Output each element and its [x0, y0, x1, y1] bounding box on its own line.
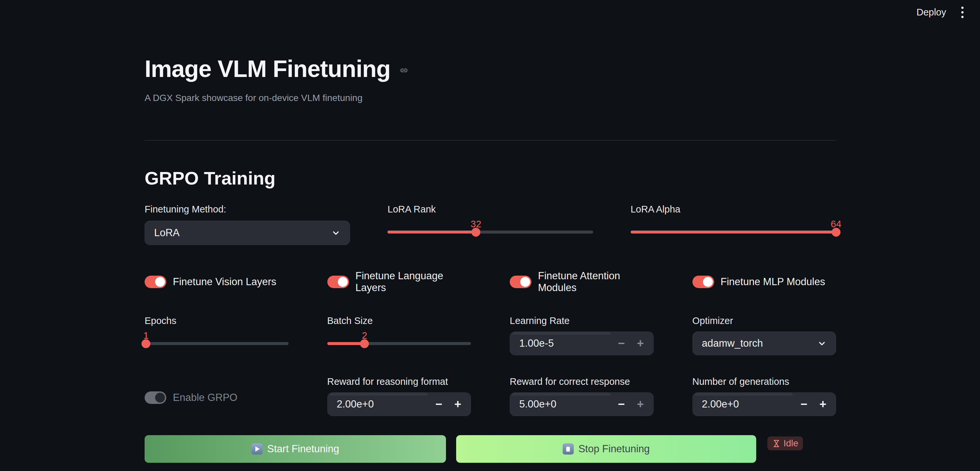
kebab-menu-icon[interactable]	[959, 5, 966, 20]
optimizer-label: Optimizer	[692, 315, 836, 326]
batch-size-track[interactable]	[327, 342, 471, 345]
toggle-language-layers: Finetune Language Layers	[327, 270, 471, 294]
lora-rank-label: LoRA Rank	[387, 204, 593, 215]
batch-size-slider: Batch Size 2	[327, 315, 471, 355]
num-generations-label: Number of generations	[692, 376, 836, 387]
epochs-thumb[interactable]	[142, 339, 151, 348]
epochs-track[interactable]	[145, 342, 288, 345]
reward-correct-value[interactable]: 5.00e+0	[519, 398, 612, 410]
divider	[145, 140, 836, 141]
anchor-link-icon[interactable]	[399, 65, 409, 77]
stop-icon	[563, 443, 574, 455]
enable-grpo-switch[interactable]	[145, 391, 166, 404]
start-finetuning-label: Start Finetuning	[267, 443, 339, 455]
mlp-modules-switch[interactable]	[692, 276, 714, 288]
learning-rate-label: Learning Rate	[510, 315, 654, 326]
num-generations-decrement-button[interactable]: −	[794, 398, 813, 411]
learning-rate-decrement-button[interactable]: −	[612, 337, 631, 350]
chevron-down-icon	[331, 228, 340, 238]
attention-modules-label: Finetune Attention Modules	[538, 270, 654, 294]
vision-layers-switch[interactable]	[145, 276, 166, 288]
learning-rate-increment-button[interactable]: +	[631, 337, 650, 350]
reward-correct-increment-button[interactable]: +	[631, 398, 650, 411]
learning-rate-input[interactable]: 1.00e-5 − +	[510, 332, 654, 355]
epochs-slider: Epochs 1	[145, 315, 288, 355]
enable-grpo-label: Enable GRPO	[173, 392, 237, 404]
learning-rate-value[interactable]: 1.00e-5	[519, 337, 612, 349]
reward-correct-input[interactable]: 5.00e+0 − +	[510, 393, 654, 416]
finetuning-method-value: LoRA	[154, 227, 331, 239]
lora-rank-slider: LoRA Rank 32	[387, 204, 593, 245]
reward-correct-field: Reward for correct response 5.00e+0 − +	[510, 376, 654, 416]
toggle-enable-grpo: Enable GRPO	[145, 379, 288, 416]
num-generations-field: Number of generations 2.00e+0 − +	[692, 376, 836, 416]
reward-reasoning-input[interactable]: 2.00e+0 − +	[327, 393, 471, 416]
learning-rate-field: Learning Rate 1.00e-5 − +	[510, 315, 654, 355]
start-finetuning-button[interactable]: Start Finetuning	[145, 435, 446, 463]
hourglass-icon	[772, 439, 781, 448]
batch-size-label: Batch Size	[327, 315, 471, 326]
epochs-label: Epochs	[145, 315, 288, 326]
batch-size-fill	[327, 342, 365, 345]
toggle-attention-modules: Finetune Attention Modules	[510, 270, 654, 294]
topbar: Deploy	[916, 0, 980, 24]
lora-rank-track[interactable]	[387, 231, 593, 233]
finetuning-method-field: Finetuning Method: LoRA	[145, 204, 350, 245]
stop-finetuning-button[interactable]: Stop Finetuning	[456, 435, 756, 463]
mlp-modules-label: Finetune MLP Modules	[721, 276, 825, 288]
lora-alpha-thumb[interactable]	[832, 228, 840, 236]
main-content: Image VLM Finetuning A DGX Spark showcas…	[145, 55, 836, 463]
chevron-down-icon	[817, 339, 827, 348]
lora-rank-fill	[387, 231, 476, 233]
num-generations-input[interactable]: 2.00e+0 − +	[692, 393, 836, 416]
optimizer-dropdown[interactable]: adamw_torch	[692, 332, 836, 355]
num-generations-increment-button[interactable]: +	[813, 398, 832, 411]
reward-reasoning-increment-button[interactable]: +	[448, 398, 467, 411]
deploy-button[interactable]: Deploy	[916, 7, 946, 18]
lora-alpha-label: LoRA Alpha	[631, 204, 836, 215]
finetuning-method-dropdown[interactable]: LoRA	[145, 221, 350, 245]
lora-rank-thumb[interactable]	[472, 228, 480, 236]
finetuning-method-label: Finetuning Method:	[145, 204, 350, 215]
optimizer-value: adamw_torch	[702, 337, 818, 349]
num-generations-value[interactable]: 2.00e+0	[702, 398, 795, 410]
status-label: Idle	[783, 438, 798, 449]
reward-reasoning-label: Reward for reasoning format	[327, 376, 471, 387]
vision-layers-label: Finetune Vision Layers	[173, 276, 276, 288]
lora-alpha-track[interactable]	[631, 231, 836, 233]
section-heading: GRPO Training	[145, 168, 836, 189]
lora-alpha-slider: LoRA Alpha 64	[631, 204, 836, 245]
reward-reasoning-field: Reward for reasoning format 2.00e+0 − +	[327, 376, 471, 416]
page-subtitle: A DGX Spark showcase for on-device VLM f…	[145, 93, 836, 103]
reward-reasoning-value[interactable]: 2.00e+0	[337, 398, 430, 410]
play-icon	[251, 443, 262, 455]
stop-finetuning-label: Stop Finetuning	[578, 443, 650, 455]
reward-correct-label: Reward for correct response	[510, 376, 654, 387]
attention-modules-switch[interactable]	[510, 276, 531, 288]
toggle-vision-layers: Finetune Vision Layers	[145, 270, 288, 294]
batch-size-thumb[interactable]	[360, 339, 369, 348]
status-badge: Idle	[767, 436, 803, 450]
reward-correct-decrement-button[interactable]: −	[612, 398, 631, 411]
optimizer-field: Optimizer adamw_torch	[692, 315, 836, 355]
lora-alpha-fill	[631, 231, 836, 233]
language-layers-label: Finetune Language Layers	[356, 270, 471, 294]
toggle-mlp-modules: Finetune MLP Modules	[692, 270, 836, 294]
reward-reasoning-decrement-button[interactable]: −	[429, 398, 448, 411]
language-layers-switch[interactable]	[327, 276, 349, 288]
page-title: Image VLM Finetuning	[145, 55, 390, 82]
